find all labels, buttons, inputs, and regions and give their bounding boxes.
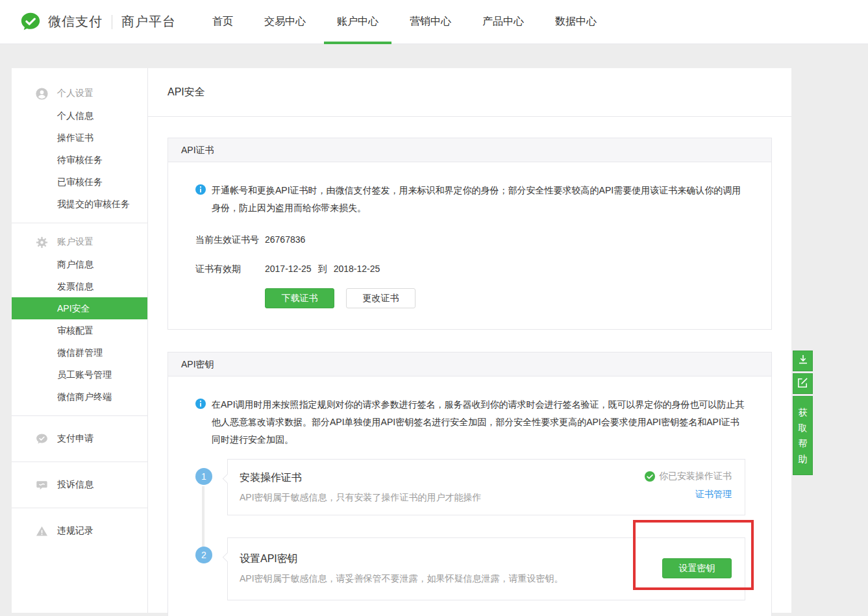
sidebar-item-label: 投诉信息 [57, 479, 93, 491]
cert-validity-start: 2017-12-25 [265, 264, 312, 275]
logo-divider [112, 15, 112, 29]
brand-name: 微信支付 [48, 13, 103, 31]
nav-item-account-center[interactable]: 账户中心 [321, 0, 394, 44]
status-text: 你已安装操作证书 [659, 471, 732, 482]
cert-number-value: 26767836 [265, 234, 305, 246]
sidebar-section-personal-settings: 个人设置 [12, 82, 147, 105]
sidebar-item-operation-cert[interactable]: 操作证书 [12, 127, 147, 149]
page-title-row: API安全 [148, 68, 791, 117]
download-icon [797, 353, 810, 369]
product-name: 商户平台 [121, 13, 176, 31]
comment-icon [36, 479, 48, 491]
step-description: API密钥属于敏感信息，只有安装了操作证书的用户才能操作 [240, 491, 645, 504]
warning-icon [36, 525, 48, 537]
sidebar-item-staff-account-management[interactable]: 员工账号管理 [12, 363, 147, 386]
sidebar-item-pending-review-tasks[interactable]: 待审核任务 [12, 149, 147, 171]
divider [12, 462, 147, 462]
step-2-badge: 2 [195, 547, 212, 563]
step-description: API密钥属于敏感信息，请妥善保管不要泄露，如果怀疑信息泄露，请重设密钥。 [240, 572, 662, 585]
step-1-badge: 1 [195, 468, 212, 485]
feedback-float-button[interactable] [793, 373, 813, 394]
top-nav: 首页 交易中心 账户中心 营销中心 产品中心 数据中心 [197, 0, 612, 44]
sidebar-item-wechat-merchant-terminal[interactable]: 微信商户终端 [12, 386, 147, 408]
divider [12, 508, 147, 508]
sidebar-item-complaint-info[interactable]: 投诉信息 [12, 470, 147, 500]
api-key-card-header: API密钥 [168, 352, 771, 376]
main-content: API安全 API证书 开通帐号和更换API证书时，由微 [148, 68, 791, 613]
sidebar-item-merchant-info[interactable]: 商户信息 [12, 253, 147, 275]
download-cert-button[interactable]: 下载证书 [265, 288, 334, 308]
gear-icon [36, 236, 48, 249]
sidebar-item-label: 支付申请 [57, 433, 93, 445]
cert-validity-end: 2018-12-25 [334, 264, 380, 275]
cert-management-link[interactable]: 证书管理 [695, 489, 732, 500]
divider [12, 223, 147, 223]
sidebar-item-reviewed-tasks[interactable]: 已审核任务 [12, 171, 147, 193]
key-info-text: 在API调用时用来按照指定规则对你的请求参数进行签名，服务器收到你的请求时会进行… [212, 396, 745, 449]
get-help-button[interactable]: 获取帮助 [793, 396, 813, 475]
info-icon [195, 399, 206, 409]
step-install-operation-cert: 1 安装操作证书 API密钥属于敏感信息，只有安装了操作证书的用户才能操作 [227, 459, 745, 515]
page-container: 个人设置 个人信息 操作证书 待审核任务 已审核任务 我提交的审核任务 [12, 68, 791, 613]
get-help-label: 获取帮助 [798, 404, 808, 467]
sidebar-item-violation-records[interactable]: 违规记录 [12, 516, 147, 546]
download-float-button[interactable] [793, 351, 813, 371]
api-key-card: API密钥 在API调用时用来按照指定规则对你的请求参数进行签名，服务器收到你的… [167, 352, 772, 616]
cert-number-label: 当前生效证书号 [195, 234, 265, 246]
page-title: API安全 [167, 86, 205, 99]
cert-validity-label: 证书有效期 [195, 264, 265, 275]
nav-item-data-center[interactable]: 数据中心 [539, 0, 612, 44]
cert-info-text: 开通帐号和更换API证书时，由微信支付签发，用来标识和界定你的身份；部分安全性要… [212, 182, 745, 217]
step-title: 设置API密钥 [240, 552, 662, 566]
sidebar-item-my-submitted-tasks[interactable]: 我提交的审核任务 [12, 193, 147, 215]
section-title: 账户设置 [57, 236, 93, 248]
check-circle-icon [645, 471, 655, 482]
sidebar-item-label: 违规记录 [57, 525, 93, 537]
cert-validity-separator: 到 [318, 264, 327, 275]
sidebar: 个人设置 个人信息 操作证书 待审核任务 已审核任务 我提交的审核任务 [12, 68, 148, 613]
divider [12, 415, 147, 416]
api-cert-card: API证书 开通帐号和更换API证书时，由微信支付签发，用来标识和界定你的身份；… [167, 138, 772, 330]
sidebar-item-wechat-group-management[interactable]: 微信群管理 [12, 341, 147, 363]
set-api-key-button[interactable]: 设置密钥 [662, 558, 732, 578]
cert-installed-status: 你已安装操作证书 [645, 471, 732, 482]
api-cert-card-header: API证书 [168, 138, 771, 162]
brand-logo[interactable]: 微信支付 商户平台 [19, 11, 176, 33]
info-icon [195, 184, 206, 195]
sidebar-section-account-settings: 账户设置 [12, 231, 147, 253]
nav-item-home[interactable]: 首页 [197, 0, 249, 44]
step-title: 安装操作证书 [240, 471, 645, 485]
top-header: 微信支付 商户平台 首页 交易中心 账户中心 营销中心 产品中心 数据中心 [0, 0, 868, 44]
nav-item-marketing-center[interactable]: 营销中心 [394, 0, 467, 44]
sidebar-item-payment-application[interactable]: 支付申请 [12, 424, 147, 454]
setup-steps: 1 安装操作证书 API密钥属于敏感信息，只有安装了操作证书的用户才能操作 [195, 459, 745, 600]
change-cert-button[interactable]: 更改证书 [346, 288, 415, 308]
section-title: 个人设置 [57, 88, 93, 99]
sidebar-item-api-security[interactable]: API安全 [12, 297, 147, 319]
step-set-api-key: 2 设置API密钥 API密钥属于敏感信息，请妥善保管不要泄露，如果怀疑信息泄露… [227, 537, 745, 600]
wechat-pay-logo-icon [19, 11, 42, 33]
sidebar-item-invoice-info[interactable]: 发票信息 [12, 275, 147, 297]
floating-help-bar: 获取帮助 [793, 351, 813, 477]
edit-icon [797, 376, 809, 391]
sidebar-item-personal-info[interactable]: 个人信息 [12, 105, 147, 127]
nav-item-product-center[interactable]: 产品中心 [467, 0, 539, 44]
sidebar-item-review-config[interactable]: 审核配置 [12, 319, 147, 341]
chat-check-icon [36, 433, 48, 445]
nav-item-transaction-center[interactable]: 交易中心 [249, 0, 321, 44]
user-icon [36, 88, 48, 100]
